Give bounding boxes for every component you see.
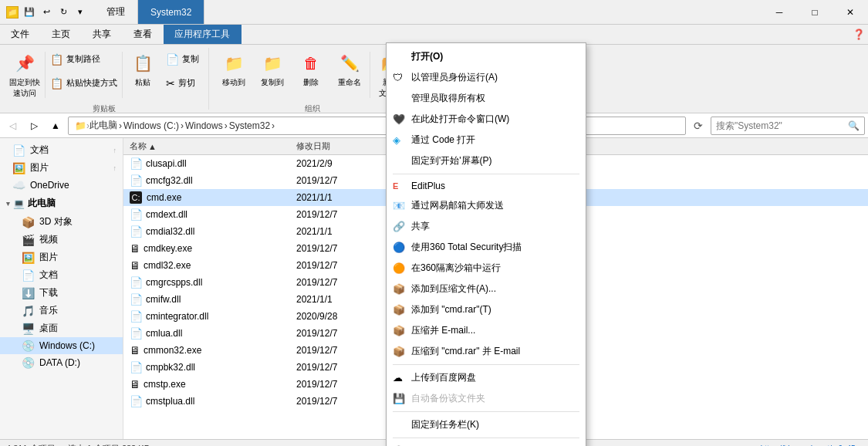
context-menu: 打开(O) 🛡 以管理员身份运行(A) 管理员取得所有权 🖤 在此处打开命令窗口… xyxy=(386,42,586,446)
baidu-icon: ☁ xyxy=(393,372,403,383)
ctx-item-auto-backup[interactable]: 💾 自动备份该文件夹 xyxy=(387,388,586,409)
compress-rar-email-icon: 📦 xyxy=(393,346,405,357)
ctx-item-editplus[interactable]: E EditPlus xyxy=(387,177,586,195)
ctx-item-send-qq[interactable]: 🐧 通过QQ发送到 xyxy=(387,441,586,446)
compress-email-icon: 📦 xyxy=(393,325,405,336)
context-menu-overlay[interactable]: 打开(O) 🛡 以管理员身份运行(A) 管理员取得所有权 🖤 在此处打开命令窗口… xyxy=(0,0,868,446)
ctx-separator xyxy=(393,174,579,174)
ctx-item-take-ownership[interactable]: 管理员取得所有权 xyxy=(387,88,586,109)
ctx-item-360scan[interactable]: 🔵 使用360 Total Security扫描 xyxy=(387,237,586,258)
ctx-item-360sandbox[interactable]: 🟠 在360隔离沙箱中运行 xyxy=(387,258,586,279)
ctx-item-pin-start[interactable]: 固定到'开始'屏幕(P) xyxy=(387,150,586,171)
ctx-item-share[interactable]: 🔗 共享 xyxy=(387,216,586,237)
ctx-item-compress[interactable]: 📦 添加到压缩文件(A)... xyxy=(387,279,586,299)
compress-rar-icon: 📦 xyxy=(393,304,405,316)
ctx-item-baidu[interactable]: ☁ 上传到百度网盘 xyxy=(387,367,586,388)
ctx-item-open[interactable]: 打开(O) xyxy=(387,46,586,67)
editplus-icon: E xyxy=(393,181,398,191)
ctx-separator xyxy=(393,411,579,412)
ctx-separator xyxy=(393,364,579,365)
ctx-item-compress-email[interactable]: 📦 压缩并 E-mail... xyxy=(387,320,586,341)
code-icon: ◈ xyxy=(393,134,400,146)
ctx-item-pin-taskbar[interactable]: 固定到任务栏(K) xyxy=(387,414,586,435)
ctx-item-open-cmd[interactable]: 🖤 在此处打开命令窗口(W) xyxy=(387,109,586,130)
compress-icon: 📦 xyxy=(393,283,405,295)
admin-icon: 🛡 xyxy=(393,72,403,83)
ctx-item-compress-rar-email[interactable]: 📦 压缩到 "cmd.rar" 并 E-mail xyxy=(387,341,586,362)
share-icon: 🔗 xyxy=(393,221,405,232)
backup-icon: 💾 xyxy=(393,393,405,404)
ctx-item-send-mail[interactable]: 📧 通过网易邮箱大师发送 xyxy=(387,195,586,216)
ctx-item-run-admin[interactable]: 🛡 以管理员身份运行(A) xyxy=(387,67,586,88)
ctx-separator xyxy=(393,438,579,438)
cmd-open-icon: 🖤 xyxy=(393,113,405,125)
ctx-item-compress-rar[interactable]: 📦 添加到 "cmd.rar"(T) xyxy=(387,299,586,320)
mail-icon: 📧 xyxy=(393,200,405,211)
ctx-item-open-code[interactable]: ◈ 通过 Code 打开 xyxy=(387,130,586,150)
360scan-icon: 🔵 xyxy=(393,242,405,253)
360sandbox-icon: 🟠 xyxy=(393,262,405,274)
